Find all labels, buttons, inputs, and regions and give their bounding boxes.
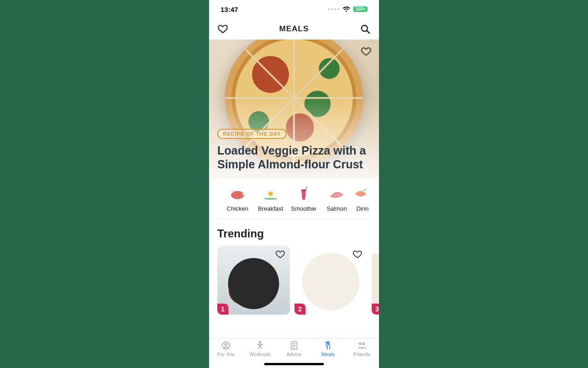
profile-icon bbox=[220, 340, 232, 351]
card-favorite-button[interactable] bbox=[275, 249, 286, 260]
tab-label: For You bbox=[217, 351, 235, 357]
status-time: 13:47 bbox=[220, 6, 238, 13]
chicken-icon bbox=[228, 187, 247, 201]
rank-badge: 3 bbox=[372, 304, 379, 315]
svg-point-7 bbox=[264, 198, 277, 200]
hero-content: RECIPE OF THE DAY Loaded Veggie Pizza wi… bbox=[217, 129, 371, 171]
category-salmon[interactable]: Salmon bbox=[320, 187, 353, 212]
rank-badge: 2 bbox=[294, 304, 305, 315]
rank-badge: 1 bbox=[217, 304, 228, 315]
hero-favorite-button[interactable] bbox=[361, 46, 373, 58]
category-dinner[interactable]: Dinn bbox=[353, 187, 371, 212]
trending-card-1[interactable]: 1 bbox=[217, 246, 290, 315]
tab-for-you[interactable]: For You bbox=[209, 340, 243, 368]
svg-rect-4 bbox=[242, 194, 246, 195]
friends-icon bbox=[356, 340, 368, 351]
trending-row[interactable]: 1 2 3 bbox=[209, 246, 379, 315]
document-icon bbox=[288, 340, 300, 351]
svg-point-11 bbox=[225, 343, 227, 346]
smoothie-icon bbox=[294, 187, 313, 201]
svg-line-9 bbox=[305, 187, 307, 190]
svg-rect-8 bbox=[301, 190, 306, 191]
search-icon bbox=[360, 23, 371, 34]
shrimp-icon bbox=[353, 187, 371, 201]
recipe-of-day-badge: RECIPE OF THE DAY bbox=[217, 129, 287, 139]
phone-frame: 13:47 100+ MEALS bbox=[209, 0, 379, 368]
egg-icon bbox=[261, 187, 280, 201]
svg-point-17 bbox=[359, 343, 362, 345]
salmon-icon bbox=[328, 187, 346, 201]
page-title: MEALS bbox=[279, 24, 309, 34]
app-header: MEALS bbox=[209, 18, 379, 40]
card-favorite-button[interactable] bbox=[352, 249, 363, 260]
status-right: 100+ bbox=[328, 6, 368, 12]
heart-icon bbox=[217, 23, 228, 34]
utensils-icon bbox=[322, 340, 334, 351]
svg-point-3 bbox=[231, 190, 234, 193]
svg-point-18 bbox=[362, 343, 365, 345]
category-label: Salmon bbox=[327, 205, 347, 212]
trending-card-2[interactable]: 2 bbox=[294, 246, 367, 315]
heart-icon bbox=[361, 46, 372, 57]
tab-label: Advice bbox=[286, 351, 301, 357]
category-label: Dinn bbox=[356, 205, 369, 212]
tab-label: Friends bbox=[354, 351, 371, 357]
wifi-icon bbox=[342, 6, 351, 12]
tab-friends[interactable]: Friends bbox=[345, 340, 379, 368]
trending-card-3[interactable]: 3 bbox=[372, 246, 379, 315]
category-row[interactable]: Chicken Breakfast Smoothie Salmon Dinn bbox=[217, 178, 371, 219]
heart-icon bbox=[352, 249, 362, 259]
category-label: Breakfast bbox=[258, 205, 283, 212]
heart-icon bbox=[275, 249, 285, 259]
svg-point-6 bbox=[268, 191, 273, 196]
workout-icon bbox=[254, 340, 266, 351]
tab-label: Workouts bbox=[249, 351, 271, 357]
hero-title: Loaded Veggie Pizza with a Simple Almond… bbox=[217, 144, 371, 171]
home-indicator[interactable] bbox=[264, 363, 324, 365]
tab-label: Meals bbox=[321, 351, 334, 357]
category-label: Chicken bbox=[227, 205, 249, 212]
battery-indicator: 100+ bbox=[353, 6, 368, 12]
category-breakfast[interactable]: Breakfast bbox=[254, 187, 287, 212]
category-chicken[interactable]: Chicken bbox=[221, 187, 254, 212]
category-smoothie[interactable]: Smoothie bbox=[287, 187, 320, 212]
status-bar: 13:47 100+ bbox=[209, 0, 379, 18]
hero-recipe-card[interactable]: RECIPE OF THE DAY Loaded Veggie Pizza wi… bbox=[209, 40, 379, 178]
favorites-button[interactable] bbox=[216, 23, 229, 35]
cellular-icon bbox=[328, 8, 339, 10]
search-button[interactable] bbox=[359, 23, 372, 35]
category-label: Smoothie bbox=[291, 205, 317, 212]
trending-heading: Trending bbox=[217, 227, 371, 240]
svg-line-1 bbox=[367, 31, 370, 34]
